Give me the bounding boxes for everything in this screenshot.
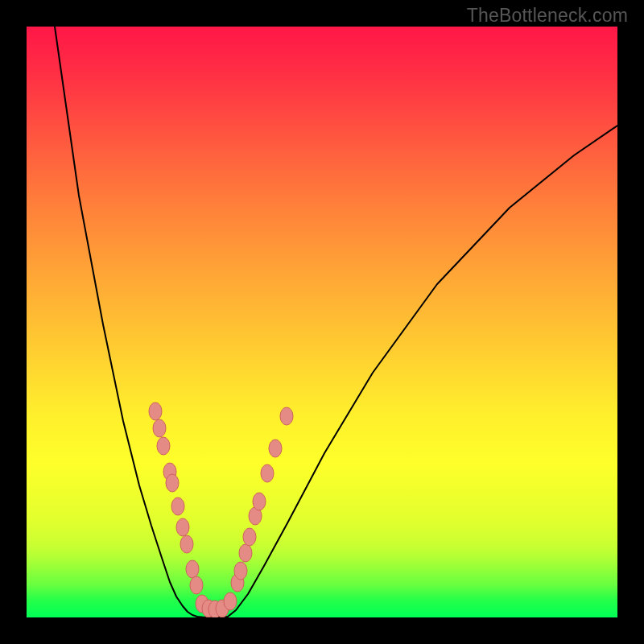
data-marker <box>176 518 189 536</box>
curve-svg <box>27 27 617 617</box>
data-marker <box>190 576 203 594</box>
data-marker <box>224 592 237 610</box>
data-marker <box>269 440 282 457</box>
data-marker <box>171 497 184 515</box>
data-marker <box>239 544 252 562</box>
data-marker <box>280 407 293 425</box>
bottleneck-curve <box>55 27 617 617</box>
data-marker <box>180 535 193 553</box>
data-marker <box>157 437 170 455</box>
chart-frame: TheBottleneck.com <box>0 0 644 644</box>
data-marker <box>149 402 162 420</box>
plot-area <box>27 27 617 617</box>
data-marker <box>234 562 247 580</box>
data-marker <box>153 419 166 437</box>
watermark-text: TheBottleneck.com <box>467 5 628 27</box>
data-marker <box>253 493 266 510</box>
curve-path <box>55 27 617 617</box>
data-marker <box>186 560 199 578</box>
data-marker <box>166 474 179 492</box>
data-marker <box>261 464 274 482</box>
data-marker <box>243 528 256 546</box>
